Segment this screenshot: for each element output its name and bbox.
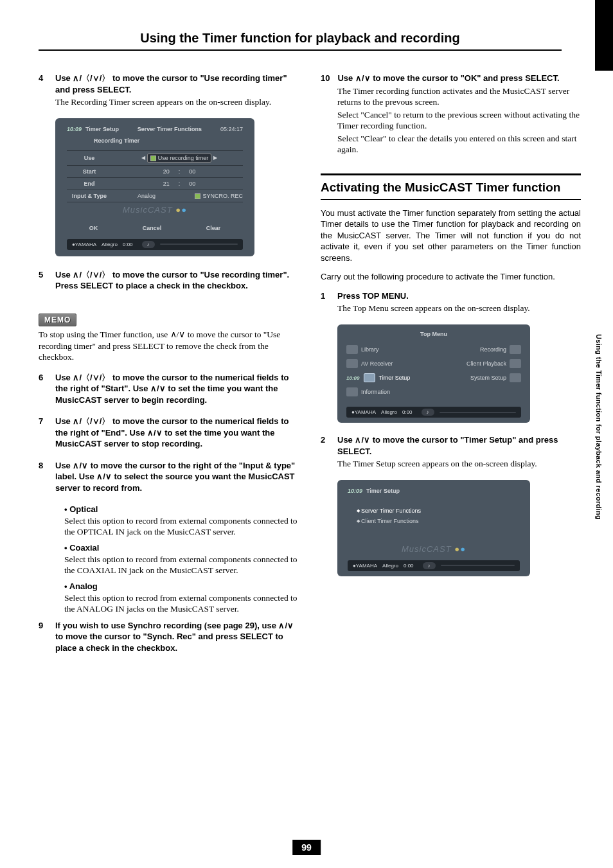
brand: ●YAMAHA: [72, 242, 96, 247]
recording-icon: [510, 345, 521, 354]
step10-head: Use ∧/∨ to move the cursor to "OK" and p…: [337, 73, 559, 84]
step2-head: Use ∧/∨ to move the cursor to "Timer Set…: [337, 434, 581, 457]
step-number: 6: [39, 372, 48, 406]
step-number: 10: [321, 73, 330, 84]
checkbox-icon: [195, 193, 200, 199]
step-number: 4: [39, 73, 48, 95]
ts-client-timer: Client Timer Functions: [357, 516, 517, 526]
left-arrow-icon: ◀: [141, 155, 145, 161]
step5-head: Use ∧/〈/∨/〉 to move the cursor to "Use r…: [55, 269, 299, 292]
progress-bar: [441, 565, 515, 566]
tm-clock: 10:09: [346, 375, 359, 381]
tm-library: Library: [361, 346, 379, 353]
clear-button: Clear: [206, 225, 221, 231]
ok-button: OK: [89, 225, 98, 231]
status-pill: ♪: [142, 241, 155, 248]
page-number: 99: [292, 840, 321, 855]
playback-pos: 0:00: [404, 563, 414, 569]
watermark: MusicCAST ●●: [348, 544, 520, 554]
coaxial-head: Coaxial: [64, 543, 299, 553]
memo-text: To stop using the Timer function, use ∧/…: [39, 329, 299, 363]
tm-timersetup: Timer Setup: [378, 375, 410, 381]
track-name: Allegro: [382, 563, 398, 569]
tm-recording: Recording: [480, 346, 506, 353]
system-setup-icon: [510, 373, 521, 382]
step1-body: The Top Menu screen appears on the on-sc…: [337, 303, 581, 314]
step7-head: Use ∧/〈/∨/〉 to move the cursor to the nu…: [55, 416, 299, 450]
analog-head: Analog: [64, 581, 299, 591]
timer-setup-icon: [364, 373, 375, 382]
section-p1: You must activate the Timer function sep…: [321, 208, 581, 264]
input-type-value: Analog: [116, 193, 177, 199]
step-number: 8: [39, 460, 48, 494]
section-heading: Activating the MusicCAST Timer function: [321, 173, 581, 200]
step8-head: Use ∧/∨ to move the cursor to the right …: [55, 460, 299, 494]
step10-body3: Select "Clear" to clear the details you …: [337, 133, 581, 155]
syncro-rec-label: SYNCRO. REC: [202, 193, 243, 199]
top-menu-screenshot: Top Menu Library AV Receiver 10:09Timer …: [337, 324, 530, 423]
checkbox-icon: [150, 155, 156, 161]
use-field: Use recording timer: [158, 155, 209, 161]
section-p2: Carry out the following procedure to act…: [321, 271, 581, 283]
step4-head: Use ∧/〈/∨/〉 to move the cursor to "Use r…: [55, 73, 299, 95]
ts-breadcrumb: Timer Setup: [366, 488, 400, 494]
library-icon: [346, 345, 358, 354]
step-number: 2: [321, 434, 330, 457]
information-icon: [346, 387, 358, 396]
memo-badge: MEMO: [39, 314, 76, 326]
top-menu-title: Top Menu: [346, 331, 521, 337]
end-min: 00: [189, 181, 195, 187]
step10-body2: Select "Cancel" to return to the previou…: [337, 109, 581, 132]
start-min: 00: [189, 168, 195, 175]
side-section-label: Using the Timer function for playback an…: [595, 334, 603, 520]
scr-breadcrumb: Timer Setup: [85, 126, 119, 132]
playback-pos: 0:00: [123, 242, 133, 247]
scr-title2: Recording Timer: [94, 137, 243, 144]
colon: :: [179, 168, 181, 175]
colon: :: [179, 181, 181, 187]
status-pill: ♪: [423, 562, 436, 569]
step2-body: The Timer Setup screen appears on the on…: [337, 458, 581, 470]
input-type-label: Input & Type: [67, 193, 112, 199]
page-title: Using the Timer function for playback an…: [39, 31, 562, 51]
client-playback-icon: [510, 359, 521, 368]
recording-timer-screenshot: 10:09 Timer Setup Server Timer Functions…: [55, 118, 254, 256]
coaxial-body: Select this option to record from extern…: [64, 554, 299, 576]
progress-bar: [440, 412, 516, 413]
ts-clock: 10:09: [348, 488, 362, 494]
step4-body: The Recording Timer screen appears on th…: [55, 96, 299, 108]
step9-head: If you wish to use Synchro recording (se…: [55, 620, 299, 654]
av-receiver-icon: [346, 359, 358, 368]
use-label: Use: [67, 155, 112, 161]
scr-clock: 10:09: [67, 126, 82, 132]
scr-title1: Server Timer Functions: [138, 126, 202, 132]
status-pill: ♪: [422, 409, 434, 416]
brand: ●YAMAHA: [353, 563, 377, 569]
tm-systemsetup: System Setup: [470, 375, 506, 381]
step6-head: Use ∧/〈/∨/〉 to move the cursor to the nu…: [55, 372, 299, 406]
brand: ●YAMAHA: [351, 409, 376, 415]
step-number: 9: [39, 620, 48, 654]
end-label: End: [67, 181, 112, 187]
step1-head: Press TOP MENU.: [337, 290, 409, 302]
step10-body1: The Timer recording function activates a…: [337, 85, 581, 108]
tm-avreceiver: AV Receiver: [361, 360, 393, 367]
timer-setup-screenshot: 10:09 Timer Setup Server Timer Functions…: [337, 480, 530, 576]
end-hour: 21: [163, 181, 170, 187]
analog-body: Select this option to recrod from extern…: [64, 592, 299, 615]
playback-pos: 0:00: [402, 409, 413, 415]
watermark: MusicCAST ●●: [67, 205, 243, 215]
start-hour: 20: [163, 168, 170, 175]
progress-bar: [160, 244, 238, 245]
scr-time-right: 05:24:17: [220, 126, 243, 132]
cancel-button: Cancel: [143, 225, 162, 231]
track-name: Allegro: [381, 409, 397, 415]
optical-body: Select this option to record from extern…: [64, 515, 299, 538]
tm-clientplayback: Client Playback: [466, 360, 506, 367]
left-column: 4 Use ∧/〈/∨/〉 to move the cursor to "Use…: [39, 73, 299, 664]
optical-head: Optical: [64, 504, 299, 514]
step-number: 1: [321, 290, 330, 302]
right-column: 10 Use ∧/∨ to move the cursor to "OK" an…: [321, 73, 581, 664]
right-arrow-icon: ▶: [213, 155, 217, 161]
track-name: Allegro: [102, 242, 118, 247]
